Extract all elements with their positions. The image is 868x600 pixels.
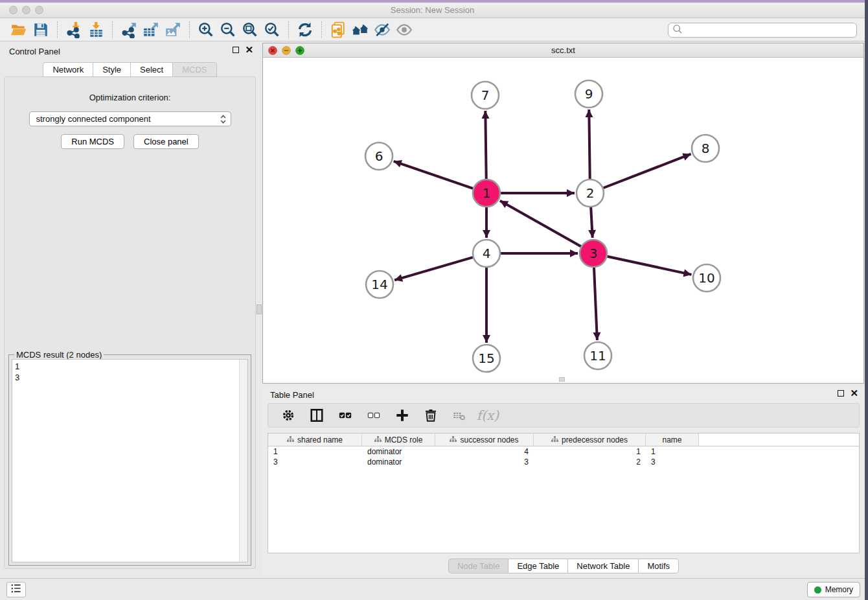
control-panel: Control Panel ✕ NetworkStyleSelectMCDS O…: [0, 43, 260, 570]
main-toolbar: [0, 19, 865, 41]
table-header-row: shared nameMCDS rolesuccessor nodesprede…: [268, 433, 859, 446]
table-settings-gear-icon[interactable]: [280, 407, 297, 424]
export-network-icon[interactable]: [118, 20, 140, 40]
hide-selected-icon[interactable]: [371, 20, 393, 40]
node-1[interactable]: 1: [473, 179, 500, 207]
tab-network[interactable]: Network: [43, 62, 93, 77]
list-icon: [10, 583, 22, 596]
tab-mcds[interactable]: MCDS: [172, 62, 216, 77]
table-body: 1dominator4113dominator323: [268, 446, 859, 467]
zoom-selected-icon[interactable]: [261, 20, 283, 40]
column-header-name[interactable]: name: [646, 433, 699, 446]
open-session-icon[interactable]: [8, 20, 30, 40]
table-row[interactable]: 3dominator323: [268, 457, 859, 467]
table-cell[interactable]: 1: [534, 446, 646, 457]
export-table-icon[interactable]: [140, 20, 162, 40]
new-network-from-selection-icon[interactable]: [327, 20, 349, 40]
network-hscrollbar-thumb[interactable]: [559, 377, 565, 382]
search-input[interactable]: [683, 24, 856, 36]
column-header-successor-nodes[interactable]: successor nodes: [435, 433, 534, 446]
edge-3-11[interactable]: [594, 268, 597, 340]
table-cell[interactable]: dominator: [362, 457, 435, 467]
select-all-icon[interactable]: [337, 407, 354, 424]
table-cell[interactable]: 3: [646, 457, 699, 467]
network-frame-titlebar: scc.txt: [263, 43, 863, 58]
float-table-panel-icon[interactable]: [838, 390, 844, 397]
edge-4-14[interactable]: [394, 257, 473, 280]
edge-2-9[interactable]: [589, 110, 589, 179]
chevron-up-down-icon: [220, 114, 226, 128]
mcds-result-title: MCDS result (2 nodes): [14, 350, 104, 360]
node-9[interactable]: 9: [575, 80, 602, 108]
tab-edge-table[interactable]: Edge Table: [508, 559, 567, 573]
svg-text:7: 7: [481, 87, 490, 103]
export-image-icon[interactable]: [162, 20, 184, 40]
memory-button[interactable]: Memory: [807, 582, 860, 597]
table-cell[interactable]: 1: [646, 446, 699, 457]
tab-network-table[interactable]: Network Table: [567, 559, 638, 573]
node-8[interactable]: 8: [692, 135, 719, 162]
edge-3-1[interactable]: [500, 201, 581, 246]
node-2[interactable]: 2: [577, 179, 604, 207]
tree-icon: [287, 435, 294, 444]
edge-2-3[interactable]: [591, 207, 593, 238]
node-15[interactable]: 15: [473, 345, 500, 372]
node-10[interactable]: 10: [693, 264, 720, 292]
search-box[interactable]: [668, 23, 857, 38]
table-cell[interactable]: 2: [534, 457, 646, 467]
node-3[interactable]: 3: [580, 240, 607, 267]
tab-motifs[interactable]: Motifs: [638, 559, 679, 573]
import-table-icon[interactable]: [85, 20, 107, 40]
tab-node-table[interactable]: Node Table: [448, 559, 508, 573]
optimization-criterion-dropdown[interactable]: strongly connected component: [29, 111, 231, 126]
save-session-icon[interactable]: [30, 20, 52, 40]
show-all-icon: [393, 20, 415, 40]
node-14[interactable]: 14: [366, 271, 393, 298]
deselect-all-icon[interactable]: [365, 407, 382, 424]
panel-divider-grip[interactable]: [257, 305, 262, 314]
close-panel-button[interactable]: Close panel: [133, 134, 199, 149]
search-icon: [672, 24, 683, 37]
table-toolbar: f(x): [268, 403, 860, 428]
tab-select[interactable]: Select: [130, 62, 172, 77]
import-network-icon[interactable]: [63, 20, 85, 40]
split-view-icon[interactable]: [308, 407, 325, 424]
edge-2-8[interactable]: [604, 154, 691, 188]
delete-column-icon[interactable]: [422, 407, 439, 424]
node-7[interactable]: 7: [472, 82, 499, 109]
zoom-out-icon[interactable]: [217, 20, 239, 40]
edge-3-10[interactable]: [608, 257, 692, 275]
table-row[interactable]: 1dominator411: [268, 446, 859, 457]
tab-style[interactable]: Style: [93, 62, 130, 77]
table-cell[interactable]: 1: [268, 446, 362, 457]
table-cell[interactable]: dominator: [362, 446, 435, 457]
table-cell[interactable]: 3: [435, 457, 534, 467]
first-neighbors-icon[interactable]: [349, 20, 371, 40]
task-history-button[interactable]: [6, 582, 26, 597]
close-panel-icon[interactable]: ✕: [245, 47, 253, 53]
float-panel-icon[interactable]: [233, 47, 239, 53]
column-header-predecessor-nodes[interactable]: predecessor nodes: [534, 433, 646, 446]
toolbar-separator: [189, 21, 190, 38]
zoom-in-icon[interactable]: [195, 20, 217, 40]
mcds-result-text[interactable]: 1 3: [12, 359, 248, 562]
table-cell[interactable]: 3: [268, 457, 362, 467]
node-11[interactable]: 11: [584, 342, 611, 369]
node-4[interactable]: 4: [473, 240, 500, 267]
table-cell[interactable]: 4: [435, 446, 534, 457]
close-table-panel-icon[interactable]: ✕: [850, 390, 858, 397]
column-header-MCDS-role[interactable]: MCDS role: [362, 433, 435, 446]
network-canvas[interactable]: 1234678910111415: [263, 58, 863, 383]
result-scrollbar[interactable]: [239, 360, 247, 562]
node-6[interactable]: 6: [365, 143, 393, 170]
toolbar-separator: [112, 21, 113, 38]
apply-layout-icon[interactable]: [294, 20, 316, 40]
run-mcds-button[interactable]: Run MCDS: [61, 134, 124, 149]
svg-text:10: 10: [698, 270, 714, 286]
svg-text:15: 15: [478, 351, 494, 366]
column-header-shared-name[interactable]: shared name: [268, 433, 362, 446]
edge-1-7[interactable]: [485, 111, 486, 179]
edge-1-6[interactable]: [394, 161, 474, 189]
zoom-fit-icon[interactable]: [239, 20, 261, 40]
add-column-icon[interactable]: [394, 407, 411, 424]
